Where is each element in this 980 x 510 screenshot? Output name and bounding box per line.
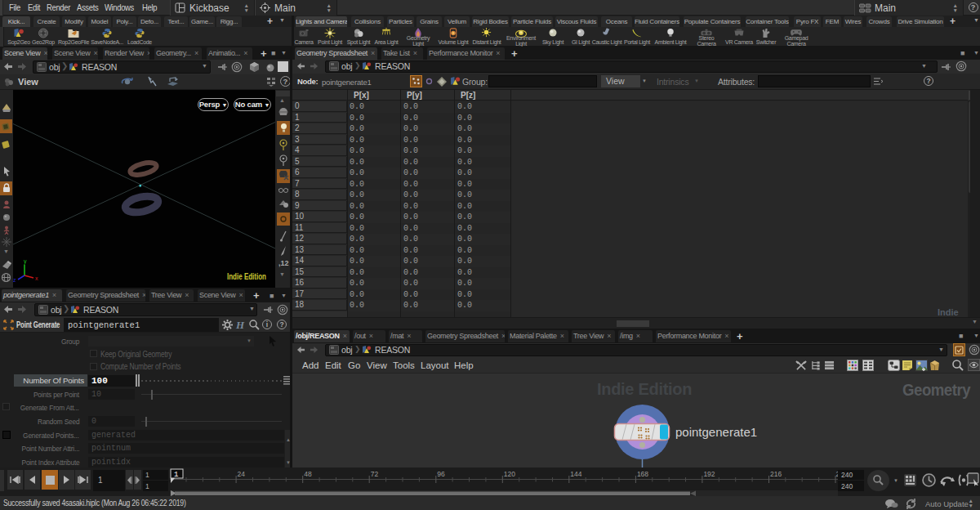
svg-text:1: 1 (174, 471, 178, 479)
svg-text:216: 216 (770, 470, 782, 478)
svg-text:96: 96 (437, 470, 445, 478)
svg-text:y: y (24, 258, 27, 265)
svg-text:120: 120 (504, 470, 515, 478)
svg-text:x: x (35, 275, 38, 281)
svg-text:168: 168 (637, 470, 648, 478)
svg-text:z: z (13, 277, 16, 283)
svg-text:192: 192 (703, 470, 715, 478)
svg-text:24: 24 (238, 470, 246, 478)
svg-text:144: 144 (570, 470, 581, 478)
svg-text:72: 72 (371, 470, 379, 478)
svg-text:48: 48 (304, 470, 312, 478)
